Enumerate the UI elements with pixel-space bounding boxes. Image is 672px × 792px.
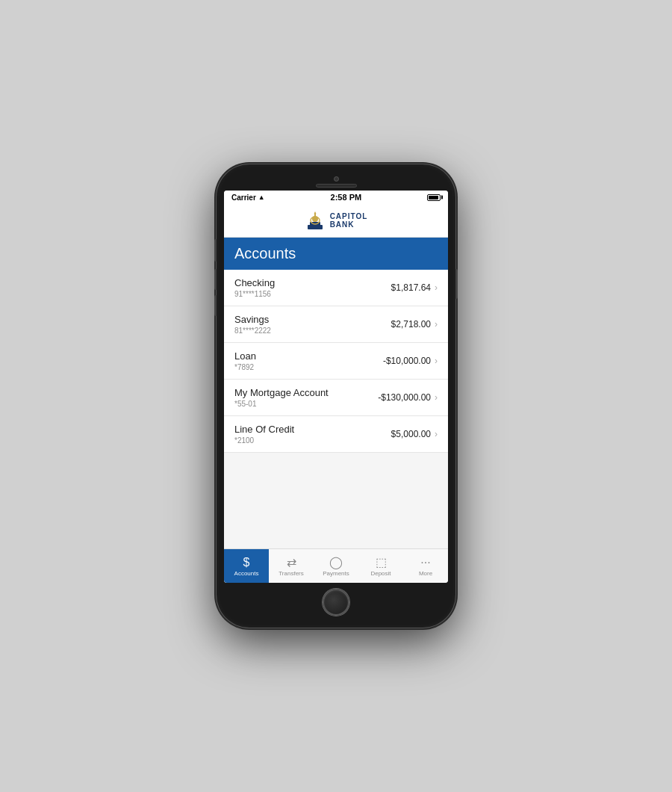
more-tab-label: More: [419, 570, 432, 577]
svg-marker-5: [314, 211, 316, 214]
chevron-icon-loan: ›: [435, 356, 438, 366]
account-info-checking: Checking 91****1156: [234, 277, 391, 298]
account-info-mortgage: My Mortgage Account *55-01: [234, 387, 378, 408]
account-name-savings: Savings: [234, 314, 391, 325]
accounts-tab-label: Accounts: [234, 570, 259, 577]
phone-top-bar: [224, 172, 448, 191]
tab-transfers[interactable]: ⇄ Transfers: [269, 549, 314, 583]
tab-accounts[interactable]: $ Accounts: [224, 549, 269, 583]
phone-screen: Carrier ▲ 2:58 PM: [224, 191, 448, 583]
battery-icon: [427, 194, 441, 201]
accounts-list: Checking 91****1156 $1,817.64 › Savings …: [224, 270, 448, 548]
battery-fill: [429, 196, 438, 199]
account-right-checking: $1,817.64 ›: [391, 282, 438, 293]
tab-deposit[interactable]: ⬚ Deposit: [358, 549, 403, 583]
account-item-credit[interactable]: Line Of Credit *2100 $5,000.00 ›: [224, 416, 448, 453]
account-balance-savings: $2,718.00: [391, 319, 431, 330]
account-item-savings[interactable]: Savings 81****2222 $2,718.00 ›: [224, 306, 448, 343]
tab-bar: $ Accounts ⇄ Transfers ◯ Payments ⬚ Depo…: [224, 548, 448, 583]
more-tab-icon: ···: [420, 557, 430, 569]
account-name-mortgage: My Mortgage Account: [234, 387, 378, 398]
chevron-icon-credit: ›: [435, 429, 438, 439]
status-bar: Carrier ▲ 2:58 PM: [224, 191, 448, 204]
bank-logo: CAPITOL BANK: [305, 210, 368, 231]
account-item-mortgage[interactable]: My Mortgage Account *55-01 -$130,000.00 …: [224, 380, 448, 416]
account-number-savings: 81****2222: [234, 327, 391, 335]
speaker-grill: [316, 184, 357, 188]
power-button[interactable]: [455, 269, 458, 299]
status-left: Carrier ▲: [231, 194, 265, 202]
payments-tab-icon: ◯: [329, 557, 343, 569]
chevron-icon-mortgage: ›: [435, 392, 438, 403]
volume-up-button[interactable]: [214, 269, 217, 290]
bank-logo-icon: [305, 210, 326, 231]
deposit-tab-icon: ⬚: [376, 557, 387, 569]
chevron-icon-savings: ›: [435, 319, 438, 330]
account-number-mortgage: *55-01: [234, 400, 378, 408]
page-title: Accounts: [234, 245, 296, 262]
account-name-loan: Loan: [234, 350, 383, 362]
wifi-icon: ▲: [258, 194, 265, 201]
account-info-loan: Loan *7892: [234, 350, 383, 371]
tab-payments[interactable]: ◯ Payments: [314, 549, 358, 583]
deposit-tab-label: Deposit: [370, 570, 391, 577]
carrier-text: Carrier: [231, 194, 256, 202]
account-right-credit: $5,000.00 ›: [391, 429, 438, 439]
account-balance-checking: $1,817.64: [391, 282, 431, 293]
payments-tab-label: Payments: [323, 570, 349, 577]
camera-dot: [334, 176, 339, 182]
account-info-savings: Savings 81****2222: [234, 314, 391, 335]
account-balance-loan: -$10,000.00: [383, 356, 431, 366]
status-right: [427, 194, 441, 201]
home-button[interactable]: [323, 589, 349, 616]
chevron-icon-checking: ›: [435, 282, 438, 293]
phone-device: Carrier ▲ 2:58 PM: [217, 164, 455, 628]
account-right-savings: $2,718.00 ›: [391, 319, 438, 330]
account-balance-credit: $5,000.00: [391, 429, 431, 439]
status-time: 2:58 PM: [331, 193, 362, 202]
bank-name-top: CAPITOL: [330, 212, 368, 220]
svg-rect-4: [314, 213, 316, 218]
account-name-checking: Checking: [234, 277, 391, 288]
tab-more[interactable]: ··· More: [403, 549, 448, 583]
volume-down-button[interactable]: [214, 295, 217, 316]
account-balance-mortgage: -$130,000.00: [378, 392, 431, 403]
account-item-loan[interactable]: Loan *7892 -$10,000.00 ›: [224, 343, 448, 380]
account-number-credit: *2100: [234, 436, 391, 445]
phone-bottom: [224, 583, 448, 620]
account-item-checking[interactable]: Checking 91****1156 $1,817.64 ›: [224, 270, 448, 306]
account-right-mortgage: -$130,000.00 ›: [378, 392, 438, 403]
app-header: CAPITOL BANK: [224, 204, 448, 238]
account-name-credit: Line Of Credit: [234, 424, 391, 435]
bank-logo-text: CAPITOL BANK: [330, 212, 368, 229]
transfers-tab-label: Transfers: [279, 570, 304, 577]
accounts-tab-icon: $: [243, 557, 250, 569]
account-right-loan: -$10,000.00 ›: [383, 356, 438, 366]
account-info-credit: Line Of Credit *2100: [234, 424, 391, 445]
bank-name-bottom: BANK: [330, 220, 355, 229]
transfers-tab-icon: ⇄: [287, 557, 296, 569]
page-title-bar: Accounts: [224, 238, 448, 270]
account-number-loan: *7892: [234, 363, 383, 371]
account-number-checking: 91****1156: [234, 290, 391, 298]
